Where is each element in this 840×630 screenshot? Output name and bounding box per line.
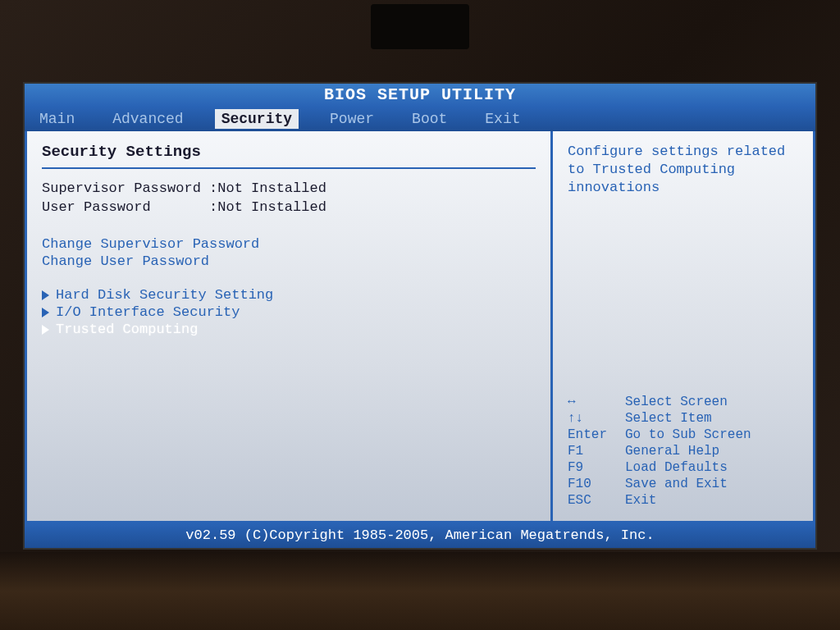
key-arrows-ud-icon: ↑↓ xyxy=(568,411,625,426)
bios-screen: BIOS SETUP UTILITY Main Advanced Securit… xyxy=(23,82,817,550)
key-esc-icon: ESC xyxy=(568,493,625,508)
tab-bar: Main Advanced Security Power Boot Exit xyxy=(25,107,815,131)
keyboard-area xyxy=(0,552,840,630)
chevron-right-icon xyxy=(42,325,49,335)
tab-exit[interactable]: Exit xyxy=(478,109,527,129)
submenu-label: Trusted Computing xyxy=(56,322,198,337)
section-title: Security Settings xyxy=(42,143,536,161)
key-arrows-lr-icon: ↔ xyxy=(568,395,625,409)
key-f9-icon: F9 xyxy=(568,460,625,475)
user-password-status: User Password :Not Installed xyxy=(42,199,536,215)
hint-label: Save and Exit xyxy=(625,477,728,491)
tab-security[interactable]: Security xyxy=(215,109,299,129)
help-panel: Configure settings related to Trusted Co… xyxy=(553,131,815,523)
hint-label: Go to Sub Screen xyxy=(625,427,751,442)
submenu-label: I/O Interface Security xyxy=(56,304,240,320)
help-description: Configure settings related to Trusted Co… xyxy=(568,143,798,197)
section-divider xyxy=(42,167,536,169)
hint-select-screen: ↔ Select Screen xyxy=(568,395,798,409)
tab-power[interactable]: Power xyxy=(323,109,381,129)
content-area: Security Settings Supervisor Password :N… xyxy=(25,131,815,523)
key-f10-icon: F10 xyxy=(568,477,625,491)
hint-enter: Enter Go to Sub Screen xyxy=(568,427,798,442)
user-value: Not Installed xyxy=(217,199,326,215)
submenu-io-interface-security[interactable]: I/O Interface Security xyxy=(42,304,536,320)
hint-label: Select Item xyxy=(625,411,712,426)
key-hints: ↔ Select Screen ↑↓ Select Item Enter Go … xyxy=(568,395,798,509)
submenu-trusted-computing[interactable]: Trusted Computing xyxy=(42,322,536,337)
footer-bar: v02.59 (C)Copyright 1985-2005, American … xyxy=(25,523,815,548)
submenu-hard-disk-security[interactable]: Hard Disk Security Setting xyxy=(42,287,536,303)
main-panel: Security Settings Supervisor Password :N… xyxy=(25,131,553,523)
hint-f1: F1 General Help xyxy=(568,444,798,459)
laptop-frame: BIOS SETUP UTILITY Main Advanced Securit… xyxy=(0,0,840,630)
webcam-notch xyxy=(371,4,469,49)
supervisor-password-status: Supervisor Password :Not Installed xyxy=(42,180,536,196)
hint-label: Select Screen xyxy=(625,395,728,409)
key-f1-icon: F1 xyxy=(568,444,625,459)
change-user-password[interactable]: Change User Password xyxy=(42,253,536,269)
user-label: User Password : xyxy=(42,199,217,215)
chevron-right-icon xyxy=(42,308,49,317)
hint-label: General Help xyxy=(625,444,719,459)
hint-select-item: ↑↓ Select Item xyxy=(568,411,798,426)
supervisor-value: Not Installed xyxy=(217,180,326,196)
hint-f9: F9 Load Defaults xyxy=(568,460,798,475)
hint-label: Exit xyxy=(625,493,656,508)
tab-advanced[interactable]: Advanced xyxy=(106,109,189,129)
supervisor-label: Supervisor Password : xyxy=(42,180,217,196)
tab-main[interactable]: Main xyxy=(33,109,81,129)
hint-esc: ESC Exit xyxy=(568,493,798,508)
tab-boot[interactable]: Boot xyxy=(405,109,454,129)
hint-label: Load Defaults xyxy=(625,460,728,475)
key-enter-icon: Enter xyxy=(568,427,625,442)
hint-f10: F10 Save and Exit xyxy=(568,477,798,491)
submenu-label: Hard Disk Security Setting xyxy=(56,287,273,303)
chevron-right-icon xyxy=(42,290,49,300)
change-supervisor-password[interactable]: Change Supervisor Password xyxy=(42,236,536,252)
title-bar: BIOS SETUP UTILITY xyxy=(25,84,815,107)
